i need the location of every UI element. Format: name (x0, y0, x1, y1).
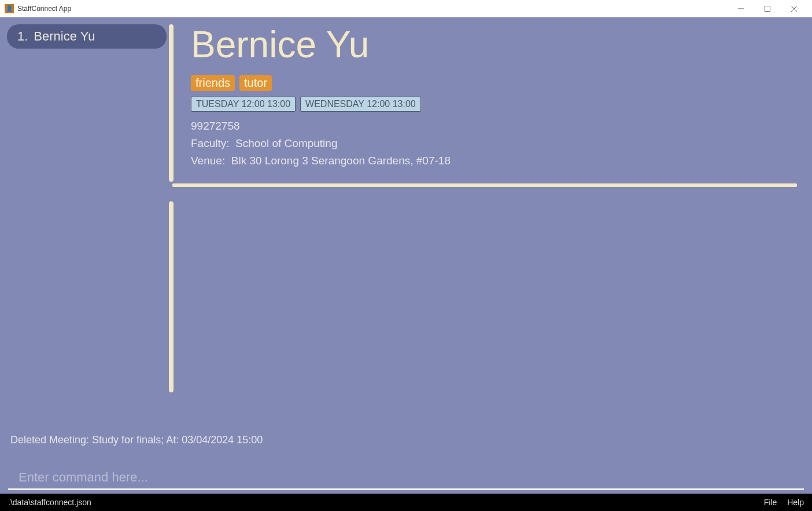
app-icon: 👤 (5, 4, 14, 13)
tag: tutor (239, 75, 272, 91)
venue-label: Venue: (191, 155, 225, 167)
app-body: 1. Bernice Yu Bernice Yu friends tutor T… (0, 17, 812, 494)
venue-line: Venue: Blk 30 Lorong 3 Serangoon Gardens… (191, 155, 793, 167)
command-wrap (0, 468, 812, 494)
window-titlebar: 👤 StaffConnect App (0, 0, 812, 17)
window-title: StaffConnect App (17, 5, 71, 13)
window-minimize-button[interactable] (728, 0, 754, 17)
venue-value: Blk 30 Lorong 3 Serangoon Gardens, #07-1… (231, 155, 451, 167)
faculty-label: Faculty: (191, 137, 230, 149)
detail-top: Bernice Yu friends tutor TUESDAY 12:00 1… (172, 24, 805, 178)
person-list-item-name: Bernice Yu (34, 29, 95, 44)
availability-slot: WEDNESDAY 12:00 13:00 (300, 97, 421, 112)
person-list-item-index: 1. (17, 29, 28, 44)
faculty-value: School of Computing (235, 137, 337, 149)
detail-divider (172, 183, 797, 187)
main-row: 1. Bernice Yu Bernice Yu friends tutor T… (0, 17, 812, 425)
result-message: Deleted Meeting: Study for finals; At: 0… (10, 434, 263, 446)
tag-row: friends tutor (191, 75, 793, 91)
accent-bar-icon (169, 201, 174, 392)
person-list-item[interactable]: 1. Bernice Yu (7, 24, 167, 49)
availability-row: TUESDAY 12:00 13:00 WEDNESDAY 12:00 13:0… (191, 97, 793, 112)
person-name: Bernice Yu (191, 24, 793, 65)
phone-line: 99272758 (191, 120, 793, 133)
accent-bar-icon (169, 24, 174, 182)
menu-file[interactable]: File (764, 498, 777, 507)
person-detail: Bernice Yu friends tutor TUESDAY 12:00 1… (172, 24, 805, 425)
svg-rect-1 (765, 6, 770, 11)
command-input[interactable] (8, 468, 804, 490)
status-path: .\data\staffconnect.json (8, 498, 91, 507)
result-area: Deleted Meeting: Study for finals; At: 0… (0, 425, 812, 468)
status-bar: .\data\staffconnect.json File Help (0, 494, 812, 511)
person-list: 1. Bernice Yu (7, 24, 167, 425)
availability-slot: TUESDAY 12:00 13:00 (191, 97, 296, 112)
window-maximize-button[interactable] (754, 0, 781, 17)
window-close-button[interactable] (781, 0, 807, 17)
tag: friends (191, 75, 235, 91)
faculty-line: Faculty: School of Computing (191, 137, 793, 150)
menu-help[interactable]: Help (787, 498, 804, 507)
detail-bottom (172, 193, 805, 425)
